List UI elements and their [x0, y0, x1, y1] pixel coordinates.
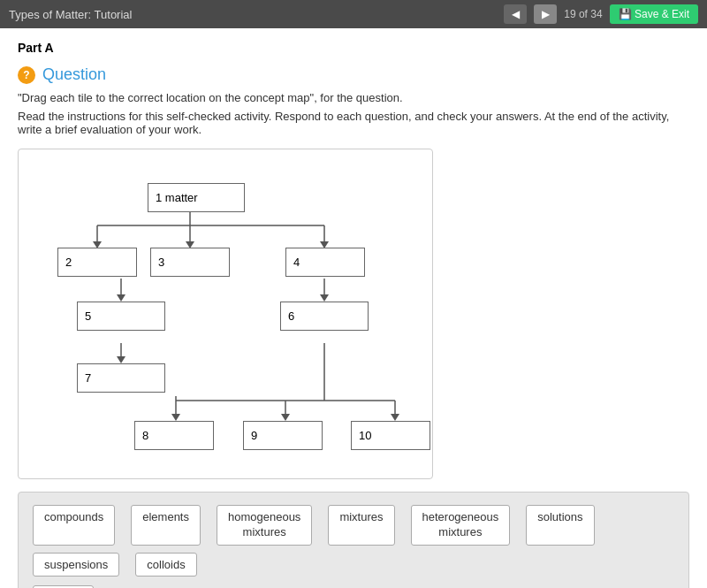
part-label: Part A [18, 41, 689, 55]
box-8[interactable]: 8 [134, 421, 214, 450]
page-count: 19 of 34 [564, 8, 602, 20]
box-2[interactable]: 2 [57, 248, 137, 277]
tile-heterogeneous-mixtures[interactable]: heterogeneousmixtures [411, 505, 511, 546]
box-6[interactable]: 6 [280, 302, 369, 331]
svg-marker-22 [391, 414, 399, 421]
svg-marker-20 [281, 414, 290, 421]
box-4[interactable]: 4 [285, 248, 365, 277]
header-title: Types of Matter: Tutorial [9, 8, 132, 21]
next-button[interactable]: ▶ [534, 4, 557, 24]
concept-map: 1 matter 2 3 4 5 6 7 [33, 164, 422, 464]
box-9[interactable]: 9 [243, 421, 323, 450]
question-title: Question [42, 65, 106, 84]
question-icon: ? [18, 66, 35, 84]
instruction-2: Read the instructions for this self-chec… [18, 110, 689, 136]
concept-map-container: 1 matter 2 3 4 5 6 7 [18, 149, 433, 479]
tile-solutions[interactable]: solutions [526, 505, 594, 546]
tile-compounds[interactable]: compounds [33, 505, 115, 546]
svg-marker-13 [117, 356, 125, 363]
box-1[interactable]: 1 matter [148, 183, 245, 212]
header: Types of Matter: Tutorial ◀ ▶ 19 of 34 💾… [0, 0, 707, 28]
svg-marker-9 [117, 294, 125, 302]
header-controls: ◀ ▶ 19 of 34 💾 Save & Exit [504, 4, 698, 24]
tile-mixtures[interactable]: mixtures [328, 505, 394, 546]
box-5[interactable]: 5 [77, 302, 165, 331]
svg-marker-18 [171, 414, 180, 421]
prev-button[interactable]: ◀ [504, 4, 527, 24]
tile-suspensions[interactable]: suspensions [33, 553, 119, 577]
box-7[interactable]: 7 [77, 363, 165, 393]
tile-elements[interactable]: elements [131, 505, 201, 546]
tile-colloids[interactable]: colloids [135, 553, 196, 577]
tiles-row-1: compounds elements homogeneousmixtures m… [33, 505, 674, 577]
content-area: Part A ? Question "Drag each tile to the… [0, 28, 707, 588]
svg-marker-11 [320, 294, 329, 302]
box-3[interactable]: 3 [150, 248, 230, 277]
save-exit-button[interactable]: 💾 Save & Exit [610, 4, 698, 24]
box-10[interactable]: 10 [351, 421, 430, 450]
tiles-container: compounds elements homogeneousmixtures m… [18, 492, 689, 588]
question-header: ? Question [18, 65, 689, 84]
tile-homogeneous-mixtures[interactable]: homogeneousmixtures [217, 505, 312, 546]
instruction-1: "Drag each tile to the correct location … [18, 91, 689, 104]
